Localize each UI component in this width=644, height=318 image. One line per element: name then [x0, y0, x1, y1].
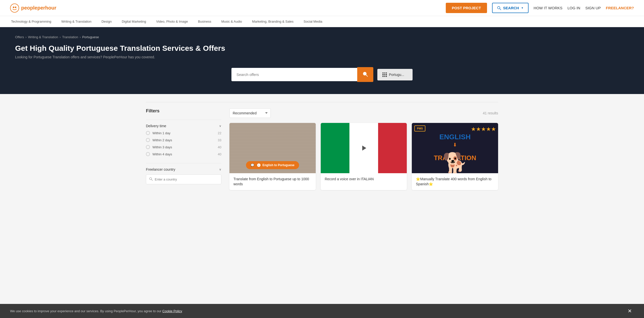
svg-point-0: [10, 4, 19, 12]
log-in-link[interactable]: LOG IN: [568, 6, 580, 10]
svg-point-7: [149, 177, 151, 179]
category-nav: Technology & Programming Writing & Trans…: [0, 16, 644, 27]
grid-icon: [382, 72, 387, 77]
radio-4days[interactable]: [146, 152, 150, 156]
sort-select[interactable]: Recommended Newest Highest Rated Price: …: [229, 108, 271, 118]
nav-item-tech[interactable]: Technology & Programming: [10, 20, 52, 23]
delivery-time-section: Delivery time ∨ Within 1 day 22 Within 2…: [146, 120, 221, 163]
filter-label-2days: Within 2 days: [152, 138, 172, 142]
filters-title: Filters: [146, 108, 221, 114]
category-filter-button[interactable]: Portugu...: [377, 69, 413, 80]
freelancer-country-header[interactable]: Freelancer country ∨: [146, 167, 221, 171]
nav-item-business[interactable]: Business: [197, 20, 212, 23]
card-overlay-text: English to Portuguese: [246, 161, 299, 169]
card-english-spanish[interactable]: ★★★★★ PMS ENGLISH ⬇ TRANSATION 🐕 ⭐Manual: [412, 123, 498, 190]
flag-green: [321, 123, 349, 173]
svg-line-4: [500, 9, 501, 10]
card-image-3: ★★★★★ PMS ENGLISH ⬇ TRANSATION 🐕: [412, 123, 498, 173]
search-submit-icon: [363, 72, 368, 77]
nav-item-marketing[interactable]: Marketing, Branding & Sales: [251, 20, 295, 23]
header: peopleperhour POST PROJECT SEARCH ▼ HOW …: [0, 0, 644, 16]
search-input[interactable]: [231, 68, 357, 81]
nav-item-design[interactable]: Design: [100, 20, 112, 23]
filter-label-1day: Within 1 day: [152, 131, 171, 135]
freelancer-country-label: Freelancer country: [146, 167, 175, 171]
filter-count-3days: 40: [218, 145, 221, 149]
card-image-2: [321, 123, 407, 173]
chevron-down-icon: ▼: [521, 7, 524, 9]
search-submit-button[interactable]: [357, 67, 373, 82]
results-area: Recommended Newest Highest Rated Price: …: [229, 108, 498, 190]
logo-text: peopleperhour: [21, 5, 56, 11]
nav-item-writing[interactable]: Writing & Translation: [60, 20, 93, 23]
breadcrumb-sep-3: ›: [80, 35, 81, 39]
main-content: Filters Delivery time ∨ Within 1 day 22: [136, 94, 508, 196]
flag-red: [378, 123, 407, 173]
post-project-button[interactable]: POST PROJECT: [446, 3, 487, 13]
card-body-1: Translate from English to Portuguese up …: [229, 173, 316, 190]
radio-2days[interactable]: [146, 138, 150, 142]
card-body-3: ⭐Manually Translate 400 words from Engli…: [412, 173, 498, 190]
filter-option-4days: Within 4 days 40: [146, 152, 221, 156]
page-subtitle: Looking for Portuguese Translation offer…: [15, 55, 629, 59]
chevron-down-icon: ∨: [219, 124, 221, 128]
sign-up-link[interactable]: SIGN UP: [585, 6, 601, 10]
filter-count-4days: 40: [218, 152, 221, 156]
hero-section: Offers › Writing & Translation › Transla…: [0, 27, 644, 94]
filter-count-1day: 22: [218, 131, 221, 135]
delivery-time-header[interactable]: Delivery time ∨: [146, 124, 221, 128]
svg-line-8: [151, 179, 152, 180]
radio-3days[interactable]: [146, 145, 150, 149]
card-italian-voiceover[interactable]: Record a voice over in ITALIAN: [321, 123, 407, 190]
breadcrumb-writing[interactable]: Writing & Translation: [28, 35, 58, 39]
chevron-down-icon-country: ∨: [219, 168, 221, 171]
filter-option-2days: Within 2 days 33: [146, 138, 221, 142]
card-title-1: Translate from English to Portuguese up …: [233, 177, 312, 187]
filter-option-1day: Within 1 day 22: [146, 131, 221, 135]
search-button[interactable]: SEARCH ▼: [492, 3, 529, 13]
breadcrumb: Offers › Writing & Translation › Transla…: [15, 35, 629, 39]
svg-line-6: [366, 75, 368, 76]
breadcrumb-translation[interactable]: Translation: [62, 35, 78, 39]
content-layout: Filters Delivery time ∨ Within 1 day 22: [146, 108, 498, 190]
card-english-portuguese[interactable]: English to Portuguese Translate from Eng…: [229, 123, 316, 190]
chat-icon: [257, 163, 261, 167]
svg-point-1: [13, 7, 14, 8]
nav-item-video[interactable]: Video, Photo & Image: [155, 20, 189, 23]
filter-count-2days: 33: [218, 138, 221, 142]
filters-sidebar: Filters Delivery time ∨ Within 1 day 22: [146, 108, 221, 190]
play-button[interactable]: [357, 142, 370, 155]
filter-option-3days: Within 3 days 40: [146, 145, 221, 149]
page-title: Get High Quality Portuguese Translation …: [15, 44, 629, 53]
country-input[interactable]: [155, 177, 218, 181]
how-it-works-link[interactable]: HOW IT WORKS: [534, 6, 562, 10]
header-actions: POST PROJECT SEARCH ▼ HOW IT WORKS LOG I…: [446, 3, 634, 13]
radio-1day[interactable]: [146, 131, 150, 135]
search-bar-wrapper: Portugu...: [231, 67, 413, 82]
freelancer-country-section: Freelancer country ∨: [146, 163, 221, 188]
card-title-2: Record a voice over in ITALIAN: [325, 177, 403, 182]
filter-label-4days: Within 4 days: [152, 152, 172, 156]
svg-point-3: [497, 6, 500, 9]
nav-item-digital-marketing[interactable]: Digital Marketing: [121, 20, 147, 23]
nav-item-music[interactable]: Music & Audio: [220, 20, 243, 23]
card-image-1: English to Portuguese: [229, 123, 316, 173]
results-count: 41 results: [483, 111, 498, 115]
country-search-box: [146, 174, 221, 184]
results-header: Recommended Newest Highest Rated Price: …: [229, 108, 498, 118]
search-icon-country: [149, 177, 153, 181]
freelancer-link[interactable]: FREELANCER?: [606, 6, 634, 10]
breadcrumb-sep-2: ›: [60, 35, 61, 39]
breadcrumb-offers[interactable]: Offers: [15, 35, 24, 39]
divider: [146, 102, 498, 102]
delivery-time-label: Delivery time: [146, 124, 166, 128]
search-icon: [497, 6, 501, 10]
logo[interactable]: peopleperhour: [10, 4, 56, 13]
play-icon: [362, 146, 366, 151]
breadcrumb-sep-1: ›: [25, 35, 26, 39]
logo-icon: [10, 4, 19, 13]
filter-label-3days: Within 3 days: [152, 145, 172, 149]
svg-point-5: [363, 72, 366, 75]
nav-item-social[interactable]: Social Media: [303, 20, 323, 23]
card-title-3: ⭐Manually Translate 400 words from Engli…: [416, 177, 494, 187]
